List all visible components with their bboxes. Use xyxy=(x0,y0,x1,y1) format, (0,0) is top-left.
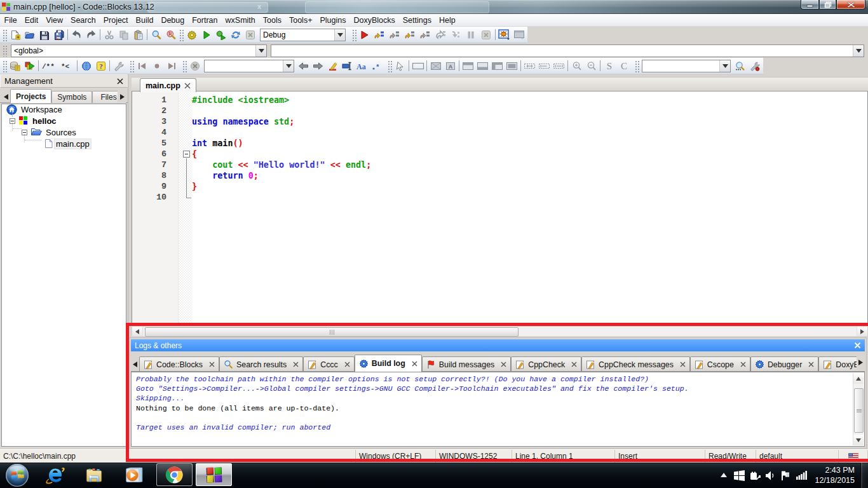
chevron-down-icon[interactable] xyxy=(283,60,294,72)
menu-tools[interactable]: Tools xyxy=(259,14,285,27)
logs-vertical-scrollbar[interactable] xyxy=(853,373,864,445)
code-editor[interactable]: 1#include <iostream>23using namespace st… xyxy=(132,92,868,326)
menu-file[interactable]: File xyxy=(1,14,20,27)
symbols-settings-button[interactable] xyxy=(747,58,762,73)
power-plug-icon[interactable] xyxy=(750,470,761,481)
scroll-down-icon[interactable] xyxy=(853,435,864,445)
log-tab-close-icon[interactable] xyxy=(808,362,814,367)
browse-back-button[interactable] xyxy=(135,58,149,73)
save-file-button[interactable] xyxy=(37,27,51,42)
goto-previous-changed-line-button[interactable] xyxy=(296,58,311,73)
menu-fortran[interactable]: Fortran xyxy=(189,14,221,27)
scroll-right-icon[interactable] xyxy=(857,327,867,336)
editor-horizontal-scrollbar[interactable] xyxy=(132,326,868,337)
start-button[interactable] xyxy=(6,464,29,487)
chevron-down-icon[interactable] xyxy=(334,29,345,41)
next-instruction-button[interactable] xyxy=(433,27,448,42)
undo-button[interactable] xyxy=(69,27,84,42)
log-tab-debugger[interactable]: Debugger xyxy=(750,356,818,372)
network-signal-icon[interactable] xyxy=(796,471,807,480)
box-stretch-button[interactable] xyxy=(522,58,537,73)
copy-button[interactable] xyxy=(116,27,131,42)
zoom-out-button[interactable] xyxy=(584,58,599,73)
build-and-run-button[interactable] xyxy=(214,27,228,42)
selected-text-button[interactable] xyxy=(340,58,355,73)
pause-debugger-button[interactable] xyxy=(463,27,478,42)
tabs-scroll-right-icon[interactable] xyxy=(118,91,126,102)
menu-help[interactable]: Help xyxy=(435,14,459,27)
log-tab-build-messages[interactable]: Build messages xyxy=(422,356,511,372)
find-button[interactable] xyxy=(149,27,163,42)
menu-debug[interactable]: Debug xyxy=(158,14,188,27)
show-desktop-button[interactable] xyxy=(860,463,868,488)
menu-tools[interactable]: Tools+ xyxy=(285,14,315,27)
sizer-flex-button[interactable] xyxy=(505,58,519,73)
menu-settings[interactable]: Settings xyxy=(399,14,435,27)
various-info-button[interactable] xyxy=(512,27,526,42)
step-out-button[interactable] xyxy=(417,27,433,42)
tabs-scroll-right-icon[interactable] xyxy=(857,355,865,370)
step-into-button[interactable] xyxy=(402,27,417,42)
log-tab-close-icon[interactable] xyxy=(501,362,506,367)
browse-marker-button[interactable] xyxy=(149,58,164,73)
toolbar-grip[interactable] xyxy=(634,60,639,72)
log-tab-close-icon[interactable] xyxy=(209,362,215,367)
toolbar-grip[interactable] xyxy=(182,60,187,72)
codeblocks-taskbar-button[interactable] xyxy=(196,463,232,486)
windows-explorer-icon[interactable] xyxy=(85,466,104,484)
close-button[interactable] xyxy=(836,0,865,10)
symbols-search-combobox[interactable] xyxy=(642,60,731,72)
scrollbar-thumb[interactable] xyxy=(854,388,864,433)
step-into-instruction-button[interactable] xyxy=(448,27,463,42)
menu-build[interactable]: Build xyxy=(132,14,157,27)
scrollbar-thumb[interactable] xyxy=(145,327,519,337)
extract-documentation-button[interactable] xyxy=(8,58,22,73)
internet-explorer-icon[interactable] xyxy=(46,466,65,484)
sizer-horizontal-button[interactable] xyxy=(461,58,475,73)
view-documentation-button[interactable] xyxy=(79,58,93,73)
match-case-button[interactable]: Aa xyxy=(355,58,369,73)
restore-button[interactable] xyxy=(819,0,836,10)
scroll-left-icon[interactable] xyxy=(132,327,143,336)
abort-button[interactable] xyxy=(243,27,257,42)
toolbar-grip[interactable] xyxy=(2,60,7,72)
incremental-search-combobox[interactable] xyxy=(204,60,294,72)
log-tab-search-results[interactable]: Search results xyxy=(219,356,303,372)
log-tab-code-blocks[interactable]: Code::Blocks xyxy=(139,356,219,372)
editor-tab-main-cpp[interactable]: main.cpp xyxy=(140,78,196,92)
symbol-s-button[interactable]: S xyxy=(602,58,616,73)
menu-view[interactable]: View xyxy=(43,14,67,27)
box-left-button[interactable] xyxy=(537,58,552,73)
log-tab-build-log[interactable]: Build log xyxy=(355,355,422,372)
symbol-c-button[interactable]: C xyxy=(616,58,631,73)
log-tab-close-icon[interactable] xyxy=(412,361,417,367)
stop-debugger-button[interactable] xyxy=(478,27,494,42)
action-center-flag-icon[interactable] xyxy=(781,470,791,480)
menu-doxyblocks[interactable]: DoxyBlocks xyxy=(350,14,398,27)
log-tab-close-icon[interactable] xyxy=(293,362,299,367)
chevron-down-icon[interactable] xyxy=(853,45,864,57)
whats-this-button[interactable]: ? xyxy=(93,58,108,73)
taskbar-clock[interactable]: 2:43 PM 12/18/2015 xyxy=(815,465,855,485)
scroll-up-icon[interactable] xyxy=(853,373,864,384)
run-button[interactable] xyxy=(199,27,214,42)
menu-plugins[interactable]: Plugins xyxy=(316,14,349,27)
toolbar-grip[interactable] xyxy=(129,60,134,72)
cut-button[interactable] xyxy=(102,27,116,42)
browse-forward-button[interactable] xyxy=(164,58,179,73)
save-all-files-button[interactable] xyxy=(51,27,66,42)
volume-icon[interactable] xyxy=(766,471,776,480)
text-widget-button[interactable]: A xyxy=(443,58,458,73)
log-tab-cppcheck[interactable]: CppCheck xyxy=(511,356,581,372)
next-line-button[interactable] xyxy=(387,27,402,42)
build-button[interactable] xyxy=(184,27,199,42)
tab-symbols[interactable]: Symbols xyxy=(51,91,92,103)
log-tab-close-icon[interactable] xyxy=(571,362,577,367)
get-windows-10-icon[interactable] xyxy=(734,470,745,481)
menu-wxsmith[interactable]: wxSmith xyxy=(222,14,259,27)
tabs-scroll-left-icon[interactable] xyxy=(1,91,10,103)
show-hidden-icons-button[interactable] xyxy=(720,473,728,478)
doxyblocks-settings-button[interactable] xyxy=(111,58,126,73)
menu-project[interactable]: Project xyxy=(100,14,132,27)
chevron-down-icon[interactable] xyxy=(719,60,730,72)
